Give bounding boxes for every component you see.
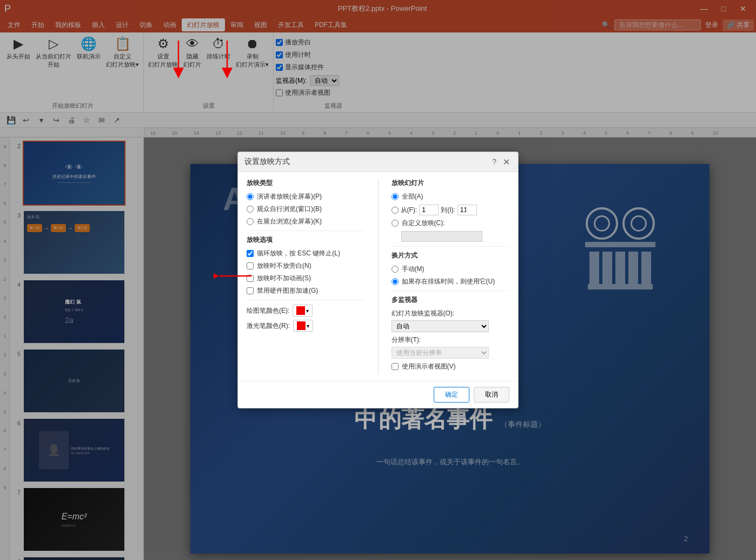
- ok-button[interactable]: 确定: [434, 387, 469, 403]
- dialog-title: 设置放映方式: [244, 157, 290, 167]
- advance-title: 换片方式: [392, 251, 510, 260]
- dialog-body: 放映类型 演讲者放映(全屏幕)(P) 观众自行浏览(窗口)(B) 在展台浏览(全…: [238, 172, 518, 381]
- playback-options-title: 放映选项: [247, 235, 365, 245]
- radio-all-input[interactable]: [392, 193, 399, 200]
- divider-2: [247, 300, 365, 300]
- pen-color-drop: ▾: [306, 308, 309, 314]
- radio-browser-label: 观众自行浏览(窗口)(B): [257, 205, 322, 214]
- radio-manual: 手动(M): [392, 265, 510, 274]
- cb-loop: 循环放映，按 ESC 键终止(L): [247, 249, 365, 258]
- cb-no-animation-label: 放映时不加动画(S): [257, 274, 311, 283]
- dialog-footer: 确定 取消: [238, 381, 518, 408]
- radio-from-label: 从(F):: [401, 206, 417, 215]
- radio-custom-input[interactable]: [392, 220, 399, 227]
- cb-no-narration-input[interactable]: [247, 262, 254, 269]
- laser-color-drop: ▾: [307, 323, 309, 329]
- radio-custom-label: 自定义放映(C):: [402, 219, 445, 228]
- cb-loop-label: 循环放映，按 ESC 键终止(L): [257, 249, 340, 258]
- to-number-input[interactable]: [457, 205, 477, 215]
- radio-use-timing-input[interactable]: [392, 278, 399, 285]
- cb-no-narration-label: 放映时不放旁白(N): [257, 261, 311, 271]
- multi-monitor-title: 多监视器: [392, 295, 510, 305]
- custom-show-input: [401, 231, 482, 242]
- cb-presenter-view-label: 使用演示者视图(V): [402, 362, 456, 371]
- laser-color-button[interactable]: ▾: [293, 320, 313, 332]
- to-label: 到(I):: [441, 206, 455, 215]
- monitor-show-label: 幻灯片放映监视器(O):: [392, 309, 510, 318]
- resolution-label: 分辨率(T):: [392, 335, 510, 345]
- radio-manual-input[interactable]: [392, 266, 399, 273]
- cb-presenter-view-input[interactable]: [392, 363, 399, 370]
- cb-no-gpu-input[interactable]: [247, 287, 254, 294]
- cb-loop-input[interactable]: [247, 250, 254, 257]
- from-number-input[interactable]: [419, 205, 439, 215]
- radio-use-timing: 如果存在排练时间，则使用它(U): [392, 277, 510, 286]
- laser-color-row: 激光笔颜色(R): ▾: [247, 320, 365, 332]
- cb-no-gpu: 禁用硬件图形加速(G): [247, 286, 365, 295]
- radio-presenter-input[interactable]: [247, 193, 254, 200]
- radio-custom: 自定义放映(C):: [392, 219, 510, 228]
- divider-1: [247, 230, 365, 231]
- pen-color-swatch: [296, 306, 305, 315]
- radio-browser-input[interactable]: [247, 206, 254, 213]
- radio-from-input[interactable]: [392, 207, 399, 214]
- pen-color-row: 绘图笔颜色(E): ▾: [247, 305, 365, 317]
- dialog-title-bar: 设置放映方式 ? ✕: [238, 152, 518, 172]
- radio-kiosk-input[interactable]: [247, 218, 254, 225]
- pen-color-label: 绘图笔颜色(E):: [247, 306, 289, 315]
- show-slides-title: 放映幻灯片: [392, 179, 510, 188]
- cb-no-narration: 放映时不放旁白(N): [247, 261, 365, 271]
- dialog-close-button[interactable]: ✕: [501, 156, 512, 167]
- divider-3: [392, 246, 510, 247]
- cb-no-animation-input[interactable]: [247, 275, 254, 282]
- cb-no-gpu-label: 禁用硬件图形加速(G): [257, 286, 318, 295]
- dialog-left-col: 放映类型 演讲者放映(全屏幕)(P) 观众自行浏览(窗口)(B) 在展台浏览(全…: [247, 179, 365, 374]
- playback-type-title: 放映类型: [247, 179, 365, 188]
- radio-all: 全部(A): [392, 192, 510, 201]
- cancel-button[interactable]: 取消: [474, 387, 509, 403]
- cb-presenter-view: 使用演示者视图(V): [392, 362, 510, 371]
- dialog-help-icon[interactable]: ?: [492, 157, 496, 166]
- dialog-right-col: 放映幻灯片 全部(A) 从(F): 到(I): 自定义放映(C):: [392, 179, 510, 374]
- laser-color-swatch: [297, 321, 306, 330]
- radio-presenter: 演讲者放映(全屏幕)(P): [247, 192, 365, 201]
- monitor-show-select[interactable]: 自动: [392, 320, 489, 332]
- divider-4: [392, 291, 510, 291]
- dialog-setup-show: 设置放映方式 ? ✕ 放映类型 演讲者放映(全屏幕)(P) 观众自行浏览(窗口)…: [237, 151, 519, 409]
- radio-manual-label: 手动(M): [402, 265, 425, 274]
- resolution-select[interactable]: 使用当前分辨率: [392, 347, 489, 359]
- radio-use-timing-label: 如果存在排练时间，则使用它(U): [402, 277, 495, 286]
- radio-kiosk: 在展台浏览(全屏幕)(K): [247, 217, 365, 226]
- radio-kiosk-label: 在展台浏览(全屏幕)(K): [257, 217, 322, 226]
- dialog-divider-v: [378, 179, 379, 374]
- pen-color-button[interactable]: ▾: [293, 305, 313, 317]
- radio-all-label: 全部(A): [402, 192, 423, 201]
- radio-presenter-label: 演讲者放映(全屏幕)(P): [257, 192, 322, 201]
- radio-browser: 观众自行浏览(窗口)(B): [247, 205, 365, 214]
- dialog-overlay: 设置放映方式 ? ✕ 放映类型 演讲者放映(全屏幕)(P) 观众自行浏览(窗口)…: [0, 0, 756, 560]
- cb-no-animation: 放映时不加动画(S): [247, 274, 365, 283]
- laser-color-label: 激光笔颜色(R):: [247, 321, 290, 331]
- radio-from: 从(F): 到(I):: [392, 205, 510, 215]
